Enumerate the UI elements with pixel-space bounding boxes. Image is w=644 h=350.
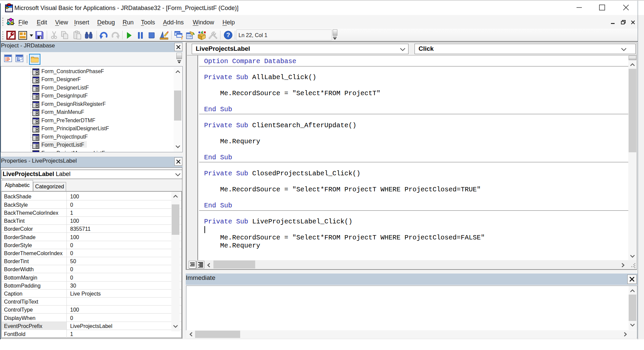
svg-text:?: ? bbox=[226, 31, 230, 38]
